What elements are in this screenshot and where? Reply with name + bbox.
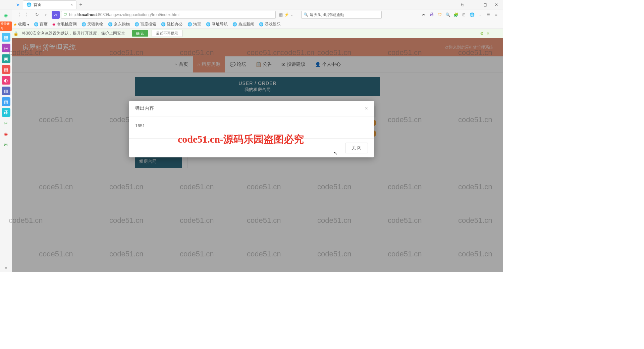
- tab-title: 首页: [34, 2, 42, 8]
- tab-close-icon[interactable]: ×: [71, 3, 73, 7]
- search-bar[interactable]: 🔍: [301, 11, 382, 19]
- url-text: http://localhost:8080/fangwuzulinguanlix…: [69, 12, 179, 17]
- sidebar-app3-icon[interactable]: ▣: [2, 54, 10, 63]
- sidebar-weibo-icon[interactable]: ◉: [2, 130, 10, 138]
- download-icon[interactable]: ↓: [477, 12, 483, 18]
- notice-text: 将360安全浏览器设为默认，提升打开速度，保护上网安全: [22, 31, 125, 36]
- browser-tab[interactable]: 🌐 首页 ×: [23, 0, 76, 9]
- bookmark-item[interactable]: 🌐百度: [34, 21, 48, 27]
- browser-nav-bar: 〈 〉 ↻ ⌂ AI 🛡 http://localhost:8080/fangw…: [0, 9, 503, 20]
- modal-header: 弹出内容 ×: [129, 101, 374, 116]
- extension-icon[interactable]: 🧩: [453, 12, 459, 18]
- nav-ai-icon[interactable]: AI: [52, 11, 60, 19]
- browser-tab-bar: ➤ 🌐 首页 × + ⎘ — ▢ ✕: [0, 0, 503, 9]
- window-minimize-icon[interactable]: —: [468, 1, 479, 8]
- notice-bar: 🔒 将360安全浏览器设为默认，提升打开速度，保护上网安全 确 认 最近不再提示…: [0, 29, 503, 38]
- notice-close-icon[interactable]: ✕: [486, 31, 490, 36]
- sidebar-app5-icon[interactable]: ◐: [2, 76, 10, 85]
- bookmark-item[interactable]: 🌐轻松办公: [161, 21, 183, 27]
- zoom-icon[interactable]: 🔍: [445, 12, 451, 18]
- nav-reload-icon[interactable]: ↻: [33, 11, 41, 19]
- sidebar-app7-icon[interactable]: ▧: [2, 97, 10, 106]
- translate-icon[interactable]: 译: [429, 12, 435, 18]
- shield-icon: 🛡: [63, 13, 67, 17]
- sidebar-add-icon[interactable]: +: [2, 252, 10, 261]
- sidebar-app1-icon[interactable]: ▦: [2, 33, 10, 42]
- url-bar[interactable]: 🛡 http://localhost:8080/fangwuzulinguanl…: [61, 11, 276, 19]
- sidebar-mail-icon[interactable]: ✉: [2, 140, 10, 149]
- menu-icon[interactable]: ≡: [493, 12, 499, 18]
- nav-back-icon[interactable]: 〈: [14, 11, 22, 19]
- lock-icon: 🔒: [13, 31, 18, 36]
- modal-content: 1651: [135, 123, 368, 128]
- search-input[interactable]: [310, 12, 379, 17]
- compass-icon[interactable]: ➤: [13, 0, 23, 9]
- window-close-icon[interactable]: ✕: [491, 1, 502, 8]
- nav-forward-icon[interactable]: 〉: [23, 11, 32, 19]
- bookmark-item[interactable]: ◉老毛桃官网: [52, 21, 77, 27]
- grid-icon[interactable]: ⊞: [461, 12, 467, 18]
- security-icon[interactable]: 🛡: [437, 12, 443, 18]
- modal-close-button[interactable]: 关 闭: [345, 143, 368, 153]
- globe-icon: 🌐: [26, 2, 32, 7]
- modal-close-icon[interactable]: ×: [365, 105, 368, 111]
- window-gift-icon[interactable]: ⎘: [457, 1, 468, 8]
- notice-confirm-button[interactable]: 确 认: [132, 30, 148, 37]
- sidebar-app4-icon[interactable]: ▤: [2, 65, 10, 74]
- cursor-icon: ↖: [334, 150, 338, 156]
- notice-gear-icon[interactable]: ⚙: [480, 31, 484, 36]
- sidebar-app8-icon[interactable]: 译: [2, 108, 10, 117]
- globe2-icon[interactable]: 🌐: [469, 12, 475, 18]
- chevron-down-icon[interactable]: ⌄: [290, 13, 293, 16]
- sidebar-app2-icon[interactable]: ◎: [2, 44, 10, 52]
- bookmark-item[interactable]: 🌐淘宝: [187, 21, 201, 27]
- modal-title: 弹出内容: [135, 105, 154, 111]
- window-maximize-icon[interactable]: ▢: [480, 1, 490, 8]
- notice-dismiss-button[interactable]: 最近不再提示: [152, 30, 182, 37]
- bookmark-bar: ★收藏 ▾ 🌐百度 ◉老毛桃官网 🌐天猫购物 🌐京东购物 🌐百度搜索 🌐轻松办公…: [0, 20, 503, 29]
- modal-dialog: 弹出内容 × 1651 关 闭: [129, 101, 374, 157]
- bookmark-item[interactable]: 🌐百度搜索: [135, 21, 156, 27]
- sidebar-app6-icon[interactable]: ▥: [2, 87, 10, 95]
- bookmark-item[interactable]: 🌐网址导航: [206, 21, 228, 27]
- search-icon: 🔍: [304, 12, 308, 17]
- bookmark-item[interactable]: 🌐游戏娱乐: [259, 21, 281, 27]
- scissors-icon[interactable]: ✂: [421, 12, 427, 18]
- watermark-red: code51.cn-源码乐园盗图必究: [178, 133, 304, 146]
- sidebar-scissors-icon[interactable]: ✂: [2, 119, 10, 128]
- browser-left-sidebar: ◉ 登录账号 ▦ ◎ ▣ ▤ ◐ ▥ ▧ 译 ✂ ◉ ✉ + ≡: [0, 9, 12, 272]
- qr-icon[interactable]: ▦: [279, 12, 283, 17]
- bookmark-item[interactable]: 🌐天猫购物: [82, 21, 103, 27]
- bookmark-item[interactable]: 🌐热点新闻: [232, 21, 254, 27]
- sidebar-login-badge[interactable]: 登录账号: [0, 21, 12, 31]
- lightning-icon[interactable]: ⚡: [284, 12, 289, 17]
- sidebar-360-icon[interactable]: ◉: [2, 11, 10, 19]
- sidebar-menu-icon[interactable]: ≡: [2, 263, 10, 272]
- bookmark-icon[interactable]: ☰: [485, 12, 491, 18]
- bookmark-item[interactable]: 🌐京东购物: [108, 21, 130, 27]
- bookmark-fav[interactable]: ★收藏 ▾: [13, 21, 29, 27]
- new-tab-button[interactable]: +: [76, 2, 85, 8]
- nav-home-icon[interactable]: ⌂: [42, 11, 50, 19]
